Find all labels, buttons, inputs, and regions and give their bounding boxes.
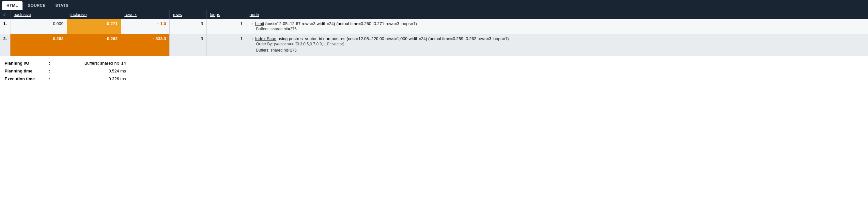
col-rows[interactable]: rows bbox=[169, 10, 206, 19]
cell-inclusive: 0.271 bbox=[67, 19, 121, 34]
table-header-row: # exclusive inclusive rows x rows loops … bbox=[0, 10, 868, 19]
stat-label-1: Planning time bbox=[5, 67, 47, 75]
tab-stats[interactable]: STATS bbox=[51, 1, 73, 10]
table-row: 1.0.0090.271↑ 1.031→ Limit (cost=12.05..… bbox=[0, 19, 868, 34]
col-num: # bbox=[0, 10, 10, 19]
node-detail: (cost=12.05..12.67 rows=3 width=24) (act… bbox=[264, 21, 417, 26]
cell-exclusive: 0.009 bbox=[10, 19, 67, 34]
node-link[interactable]: Limit bbox=[255, 21, 264, 26]
cell-rows: 3 bbox=[169, 19, 206, 34]
col-exclusive[interactable]: exclusive bbox=[10, 10, 67, 19]
stat-label-2: Execution time bbox=[5, 75, 47, 83]
cell-rows: 3 bbox=[169, 34, 206, 56]
cell-exclusive: 0.262 bbox=[10, 34, 67, 56]
cell-num: 2. bbox=[0, 34, 10, 56]
cell-loops: 1 bbox=[207, 34, 246, 56]
tab-source[interactable]: SOURCE bbox=[23, 1, 50, 10]
node-main-line: → Limit (cost=12.05..12.67 rows=3 width=… bbox=[250, 21, 864, 26]
node-main-line: → Index Scan using postres_vector_idx on… bbox=[250, 36, 864, 41]
tab-html[interactable]: HTML bbox=[2, 1, 23, 10]
stat-value-2: 0.326 ms bbox=[50, 75, 126, 83]
col-rowsx[interactable]: rows x bbox=[121, 10, 170, 19]
stat-value-1: 0.524 ms bbox=[50, 67, 126, 75]
cell-loops: 1 bbox=[207, 19, 246, 34]
arrow-icon: → bbox=[250, 36, 254, 41]
tabs-bar: HTML SOURCE STATS bbox=[0, 0, 868, 10]
cell-rowsx: ↑ 1.0 bbox=[121, 19, 170, 34]
cell-inclusive: 0.262 bbox=[67, 34, 121, 56]
node-sub-line: Order By: (vector <=> '[0.3,0.5,0.7,0.9,… bbox=[250, 41, 864, 47]
cell-rowsx: ↑ 333.3 bbox=[121, 34, 170, 56]
stats-section: Planning I/O:Buffers: shared hit=14Plann… bbox=[0, 56, 130, 86]
stat-value-0: Buffers: shared hit=14 bbox=[50, 59, 126, 67]
col-inclusive[interactable]: inclusive bbox=[67, 10, 121, 19]
col-loops[interactable]: loops bbox=[207, 10, 246, 19]
arrow-icon: → bbox=[250, 21, 254, 26]
node-sub-line: Buffers: shared hit=276 bbox=[250, 26, 864, 32]
node-link[interactable]: Index Scan bbox=[255, 36, 276, 41]
table-row: 2.0.2620.262↑ 333.331→ Index Scan using … bbox=[0, 34, 868, 56]
node-sub-line: Buffers: shared hit=276 bbox=[250, 47, 864, 54]
node-detail: using postres_vector_idx on postres (cos… bbox=[276, 36, 509, 41]
stat-label-0: Planning I/O bbox=[5, 59, 47, 67]
cell-num: 1. bbox=[0, 19, 10, 34]
col-node[interactable]: node bbox=[246, 10, 868, 19]
cell-node: → Index Scan using postres_vector_idx on… bbox=[246, 34, 868, 56]
cell-node: → Limit (cost=12.05..12.67 rows=3 width=… bbox=[246, 19, 868, 34]
plan-table: # exclusive inclusive rows x rows loops … bbox=[0, 10, 868, 56]
